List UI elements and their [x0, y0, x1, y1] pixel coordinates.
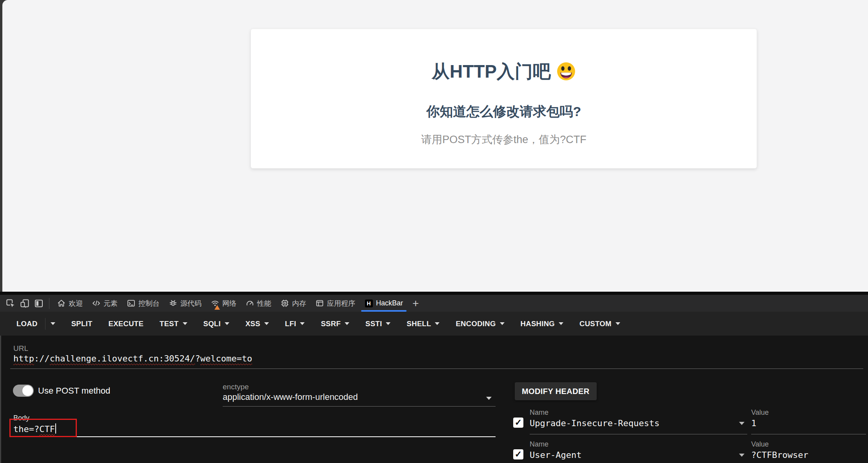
devtools-tab-应用程序[interactable]: 应用程序	[311, 295, 360, 312]
memory-icon	[281, 299, 289, 307]
card-subtitle: 你知道怎么修改请求包吗?	[251, 103, 757, 121]
hackbar-menu-xss[interactable]: XSS	[245, 320, 269, 328]
devtools-top-border	[0, 292, 868, 295]
hackbar-menu-ssti[interactable]: SSTI	[365, 320, 390, 328]
devtools-tab-性能[interactable]: 性能	[241, 295, 276, 312]
dock-panel-icon[interactable]	[34, 299, 44, 308]
sources-icon	[169, 299, 177, 307]
caret-down-icon	[225, 322, 229, 325]
hackbar-menu-shell[interactable]: SHELL	[407, 320, 439, 328]
header-name-caret-icon[interactable]	[739, 422, 745, 425]
caret-down-icon	[435, 322, 439, 325]
tabbar-divider	[49, 298, 49, 309]
header-name-input[interactable]: User-Agent	[530, 450, 581, 460]
caret-down-icon	[559, 322, 563, 325]
devtools-tab-网络[interactable]: 网络	[206, 295, 241, 312]
url-input[interactable]: http://challenge.ilovectf.cn:30524/?welc…	[13, 354, 252, 363]
hackbar-menu-custom[interactable]: CUSTOM	[579, 320, 620, 328]
highlight-red-box	[9, 419, 77, 437]
devtools-tab-控制台[interactable]: 控制台	[122, 295, 164, 312]
caret-down-icon	[300, 322, 305, 325]
caret-down-icon	[616, 322, 620, 325]
hackbar-menu-sqli[interactable]: SQLI	[203, 320, 229, 328]
more-tabs-button[interactable]: +	[412, 297, 419, 310]
header-value-underline	[751, 434, 866, 434]
browser-viewport: 从HTTP入门吧 你知道怎么修改请求包吗? 请用POST方式传参the，值为?C…	[0, 0, 868, 292]
grinning-face-emoji	[556, 62, 576, 85]
application-icon	[316, 299, 324, 307]
hackbar-menu-load-caret[interactable]	[45, 318, 55, 330]
devtools-tabbar: 欢迎元素控制台源代码网络性能内存应用程序HHackBar +	[0, 295, 868, 312]
url-input-underline	[10, 369, 863, 369]
caret-down-icon	[345, 322, 349, 325]
header-value-input[interactable]: 1	[751, 418, 756, 428]
header-name-underline	[530, 434, 747, 434]
console-icon	[127, 299, 135, 307]
enctype-underline	[223, 406, 496, 407]
device-toolbar-icon[interactable]	[20, 299, 29, 308]
performance-icon	[246, 299, 254, 307]
enctype-caret-icon	[486, 397, 492, 400]
network-icon	[211, 299, 219, 307]
hackbar-menu-execute[interactable]: EXECUTE	[109, 320, 143, 328]
modify-header-button[interactable]: MODIFY HEADER	[515, 382, 597, 400]
caret-down-icon	[386, 322, 390, 325]
header-name-input[interactable]: Upgrade-Insecure-Requests	[530, 418, 659, 428]
url-label: URL	[13, 344, 28, 353]
use-post-toggle[interactable]	[13, 385, 34, 397]
page-background: 从HTTP入门吧 你知道怎么修改请求包吗? 请用POST方式传参the，值为?C…	[2, 0, 868, 292]
hackbar-menu-lfi[interactable]: LFI	[285, 320, 305, 328]
home-icon	[57, 299, 65, 307]
header-name-label: Name	[530, 440, 548, 448]
hackbar-menubar: LOADSPLITEXECUTETESTSQLIXSSLFISSRFSSTISH…	[0, 312, 868, 336]
devtools-panel: 欢迎元素控制台源代码网络性能内存应用程序HHackBar + LOADSPLIT…	[0, 292, 868, 463]
enctype-label: enctype	[223, 383, 249, 391]
inspect-icon[interactable]	[6, 299, 15, 308]
header-name-label: Name	[530, 409, 548, 417]
enctype-select[interactable]: application/x-www-form-urlencoded	[223, 392, 358, 402]
caret-down-icon	[51, 322, 55, 325]
card-hint: 请用POST方式传参the，值为?CTF	[251, 133, 757, 147]
hackbar-menu-ssrf[interactable]: SSRF	[321, 320, 349, 328]
caret-down-icon	[264, 322, 269, 325]
header-value-label: Value	[751, 409, 769, 417]
challenge-card: 从HTTP入门吧 你知道怎么修改请求包吗? 请用POST方式传参the，值为?C…	[251, 29, 757, 169]
caret-down-icon	[183, 322, 187, 325]
body-input-underline	[10, 436, 496, 437]
devtools-tab-内存[interactable]: 内存	[276, 295, 311, 312]
hackbar-panel: URL http://challenge.ilovectf.cn:30524/?…	[0, 336, 868, 463]
hackbar-icon: H	[365, 299, 373, 307]
caret-down-icon	[500, 322, 505, 325]
hackbar-menu-load[interactable]: LOAD	[16, 320, 38, 328]
header-name-caret-icon[interactable]	[739, 454, 745, 457]
header-value-label: Value	[751, 440, 769, 448]
elements-icon	[92, 299, 100, 307]
hackbar-menu-hashing[interactable]: HASHING	[521, 320, 563, 328]
card-title-text: 从HTTP入门吧	[432, 61, 551, 82]
devtools-tab-HackBar[interactable]: HHackBar	[360, 295, 408, 312]
hackbar-menu-encoding[interactable]: ENCODING	[456, 320, 504, 328]
hackbar-menu-test[interactable]: TEST	[160, 320, 187, 328]
card-title: 从HTTP入门吧	[251, 60, 757, 85]
devtools-tab-欢迎[interactable]: 欢迎	[53, 295, 87, 312]
header-enabled-checkbox[interactable]: ✓	[513, 418, 523, 428]
devtools-tab-源代码[interactable]: 源代码	[164, 295, 206, 312]
use-post-label: Use POST method	[38, 386, 110, 396]
header-enabled-checkbox[interactable]: ✓	[513, 449, 523, 459]
header-value-input[interactable]: ?CTFBrowser	[751, 450, 808, 460]
devtools-tab-元素[interactable]: 元素	[87, 295, 122, 312]
hackbar-menu-split[interactable]: SPLIT	[71, 320, 93, 328]
network-warning-badge	[214, 305, 220, 310]
